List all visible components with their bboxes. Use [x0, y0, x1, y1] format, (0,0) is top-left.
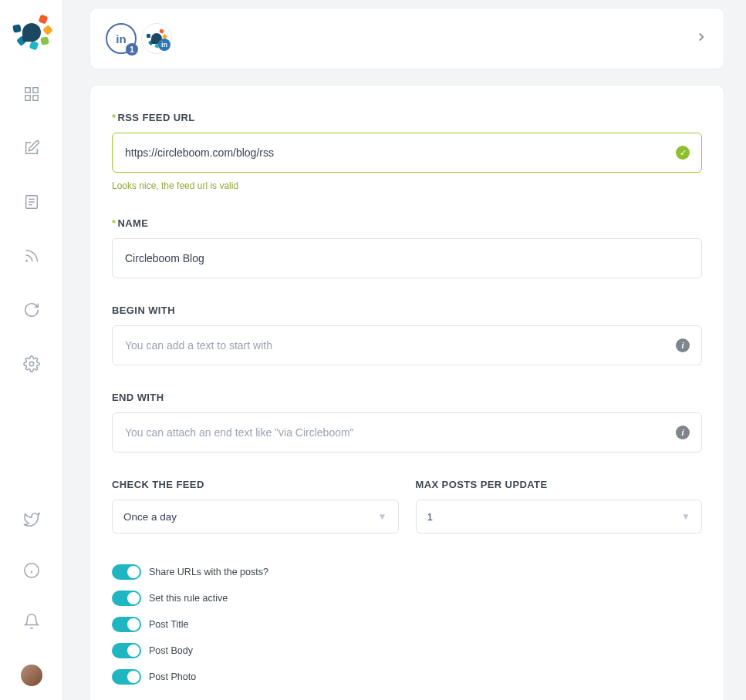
rss-icon [23, 247, 40, 264]
rss-url-help: Looks nice, the feed url is valid [112, 180, 702, 191]
document-icon [23, 194, 40, 210]
end-with-input[interactable] [112, 412, 702, 453]
account-linkedin-1[interactable]: in 1 [106, 23, 137, 54]
toggle-share-urls[interactable] [112, 564, 141, 580]
rss-form-card: *RSS FEED URL ✓ Looks nice, the feed url… [89, 85, 724, 700]
toggle-list: Share URLs with the posts? Set this rule… [112, 564, 702, 685]
nav-dashboard[interactable] [16, 79, 47, 109]
svg-rect-3 [32, 96, 37, 100]
nav-compose[interactable] [16, 133, 47, 163]
account-brand-2[interactable]: in [141, 23, 172, 54]
nav-help[interactable] [16, 555, 47, 586]
nav-notifications[interactable] [16, 606, 47, 637]
check-feed-label: CHECK THE FEED [112, 479, 399, 490]
begin-with-label: BEGIN WITH [112, 305, 702, 316]
info-icon [23, 562, 40, 579]
refresh-icon [23, 301, 40, 318]
account-count-badge: 1 [126, 43, 138, 56]
toggle-post-photo[interactable] [112, 669, 141, 685]
nav-automation[interactable] [16, 294, 47, 325]
accounts-header: in 1 in [89, 8, 724, 69]
bell-icon [23, 613, 40, 630]
twitter-icon [23, 511, 40, 528]
toggle-rule-active-label: Set this rule active [149, 593, 228, 604]
app-logo[interactable] [13, 14, 50, 51]
nav-settings[interactable] [16, 348, 47, 379]
svg-point-8 [25, 260, 28, 262]
rss-url-label: *RSS FEED URL [112, 112, 702, 123]
chevron-down-icon: ▼ [681, 511, 690, 522]
end-info-icon[interactable]: i [676, 426, 690, 439]
chevron-down-icon: ▼ [378, 511, 387, 522]
begin-with-input[interactable] [112, 325, 702, 365]
name-label: *NAME [112, 217, 702, 229]
check-feed-select[interactable]: Once a day ▼ [112, 500, 399, 533]
toggle-post-title-label: Post Title [149, 619, 188, 630]
gear-icon [23, 355, 40, 372]
svg-rect-1 [32, 88, 37, 93]
check-feed-value: Once a day [123, 511, 177, 523]
sidebar [0, 0, 63, 700]
user-avatar[interactable] [21, 665, 42, 686]
expand-accounts-button[interactable] [694, 29, 708, 49]
max-posts-label: MAX POSTS PER UPDATE [416, 479, 703, 490]
toggle-post-body-label: Post Body [149, 645, 193, 656]
linkedin-mini-icon: in [158, 39, 170, 51]
nav-rss[interactable] [16, 241, 47, 271]
toggle-post-photo-label: Post Photo [149, 671, 196, 682]
chevron-right-icon [694, 30, 708, 44]
end-with-label: END WITH [112, 392, 702, 403]
svg-point-9 [29, 362, 34, 366]
nav-twitter[interactable] [16, 504, 47, 535]
toggle-share-urls-label: Share URLs with the posts? [149, 567, 268, 577]
svg-rect-0 [25, 88, 29, 93]
svg-rect-2 [25, 96, 29, 100]
main-content: in 1 in *RSS FEED URL [63, 0, 746, 700]
grid-icon [23, 86, 40, 103]
nav-feeds[interactable] [16, 187, 47, 217]
begin-info-icon[interactable]: i [676, 338, 690, 352]
linkedin-text-icon: in [116, 32, 126, 45]
toggle-rule-active[interactable] [112, 591, 141, 606]
max-posts-value: 1 [427, 511, 434, 523]
valid-check-icon: ✓ [676, 146, 690, 160]
edit-icon [23, 140, 40, 156]
name-input[interactable] [112, 238, 702, 278]
max-posts-select[interactable]: 1 ▼ [416, 500, 703, 533]
toggle-post-body[interactable] [112, 643, 141, 658]
toggle-post-title[interactable] [112, 617, 141, 632]
rss-url-input[interactable] [112, 133, 702, 173]
